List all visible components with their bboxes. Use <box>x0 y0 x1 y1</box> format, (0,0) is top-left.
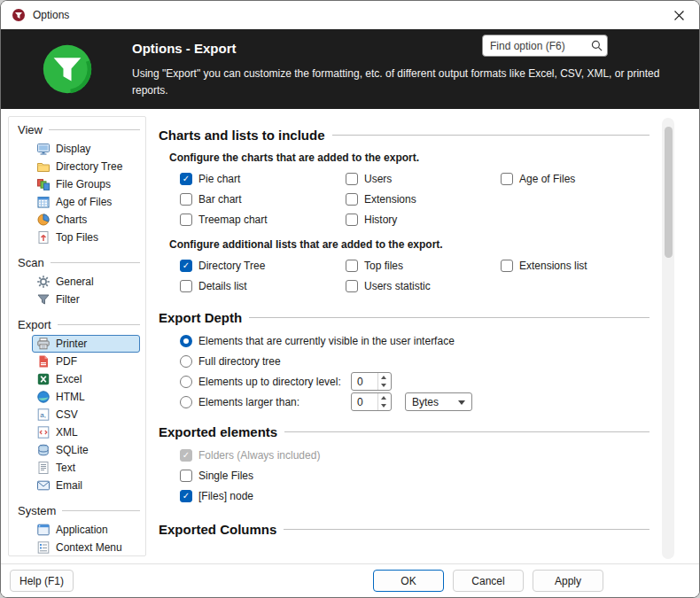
printer-icon <box>36 337 51 351</box>
elements-up-to-directory-level-spinner[interactable]: 0 <box>351 372 392 391</box>
elements-larger-than-spinner[interactable]: 0 <box>351 392 392 411</box>
unchecked-checkbox-icon <box>180 214 192 226</box>
cancel-button[interactable]: Cancel <box>453 570 524 592</box>
unchecked-checkbox-icon <box>346 214 358 226</box>
sidebar-section-export: Export <box>18 318 140 331</box>
checkbox-extensions-list[interactable]: Extensions list <box>501 260 649 272</box>
apply-button[interactable]: Apply <box>533 570 603 592</box>
email-icon <box>36 478 51 493</box>
text-icon <box>36 461 51 475</box>
application-icon <box>36 523 51 537</box>
sidebar-section-view: View <box>18 123 140 136</box>
settings-panel: Charts and lists to include Configure th… <box>146 109 699 563</box>
checkbox-users[interactable]: Users <box>346 173 501 185</box>
sidebar-item-xml[interactable]: XML <box>32 423 140 441</box>
chevron-down-icon <box>458 400 465 405</box>
chart-options-grid: Pie chartUsersAge of FilesBar chartExten… <box>180 168 649 229</box>
sidebar-item-sqlite[interactable]: SQLite <box>32 441 140 459</box>
sidebar-item-email[interactable]: Email <box>32 477 140 494</box>
list-options-grid: Directory TreeTop filesExtensions listDe… <box>180 255 649 296</box>
checkbox-details-list[interactable]: Details list <box>180 280 346 292</box>
sidebar-item-printer[interactable]: Printer <box>32 335 140 353</box>
divider <box>249 317 649 318</box>
footer-button-group: OK Cancel Apply <box>373 570 603 592</box>
options-dialog: Options Options - Export Using "Export" … <box>0 0 700 598</box>
checkbox-bar-chart[interactable]: Bar chart <box>180 193 346 206</box>
radio-elements-up-to-directory-level[interactable]: Elements up to directory level:0 <box>180 371 649 392</box>
sidebar-item-csv[interactable]: a,CSV <box>32 406 140 423</box>
checkbox-directory-tree[interactable]: Directory Tree <box>180 260 346 272</box>
svg-text:a,: a, <box>40 411 46 419</box>
ok-button[interactable]: OK <box>373 570 444 592</box>
search-icon[interactable] <box>586 39 607 52</box>
sidebar-item-text[interactable]: Text <box>32 459 140 477</box>
exported-elements-options: Folders (Always included)Single Files[Fi… <box>180 445 649 506</box>
unselected-radio-icon <box>180 376 192 388</box>
divider <box>58 324 140 325</box>
help-button[interactable]: Help (F1) <box>10 570 74 592</box>
close-button[interactable] <box>658 1 699 29</box>
checkbox-single-files[interactable]: Single Files <box>180 465 649 485</box>
divider <box>284 529 649 530</box>
unselected-radio-icon <box>180 396 192 408</box>
sidebar-item-application[interactable]: Application <box>32 521 140 539</box>
page-description: Using "Export" you can customize the for… <box>132 66 664 98</box>
sidebar-item-context-menu[interactable]: Context Menu <box>32 539 140 556</box>
unselected-radio-icon <box>180 355 192 368</box>
unit-dropdown-value: Bytes <box>412 396 439 408</box>
vertical-scrollbar[interactable] <box>662 118 674 559</box>
sidebar-item-pdf[interactable]: PDF <box>32 353 140 370</box>
sidebar: ViewDisplayDirectory TreeFile GroupsAge … <box>8 116 146 556</box>
scrollbar-thumb[interactable] <box>665 127 673 258</box>
section-exported-columns: Exported Columns <box>159 522 649 537</box>
spinner-down-icon[interactable] <box>378 402 391 411</box>
directory-tree-icon <box>36 159 51 174</box>
window-title: Options <box>33 9 69 21</box>
checkbox-folders-always-included[interactable]: Folders (Always included) <box>180 445 649 465</box>
sidebar-item-charts[interactable]: Charts <box>32 211 140 229</box>
find-option-input[interactable] <box>483 40 586 52</box>
unchecked-checkbox-icon <box>346 193 358 206</box>
unchecked-checkbox-icon <box>180 280 192 292</box>
divider <box>284 431 649 432</box>
sidebar-item-html[interactable]: HTML <box>32 388 140 406</box>
sidebar-item-directory-tree[interactable]: Directory Tree <box>32 158 140 175</box>
radio-elements-larger-than[interactable]: Elements larger than:0Bytes <box>180 392 649 412</box>
file-groups-icon <box>36 177 51 191</box>
section-exported-elements: Exported elements <box>159 424 649 439</box>
checkbox-treemap-chart[interactable]: Treemap chart <box>180 214 346 226</box>
checked-checkbox-icon <box>180 260 192 272</box>
checkbox-age-of-files[interactable]: Age of Files <box>501 173 649 185</box>
checkbox-top-files[interactable]: Top files <box>346 260 501 272</box>
checked-checkbox-icon <box>180 173 192 185</box>
sidebar-item-top-files[interactable]: Top Files <box>32 229 140 246</box>
sidebar-section-scan: Scan <box>18 256 140 269</box>
unit-dropdown[interactable]: Bytes <box>405 392 472 411</box>
divider <box>332 135 649 136</box>
checkbox-extensions[interactable]: Extensions <box>346 193 501 206</box>
checkbox-history[interactable]: History <box>346 214 501 226</box>
html-icon <box>36 390 51 404</box>
radio-full-directory-tree[interactable]: Full directory tree <box>180 351 649 371</box>
unchecked-checkbox-icon <box>501 173 513 185</box>
header: Options - Export Using "Export" you can … <box>1 29 699 109</box>
sidebar-item-file-groups[interactable]: File Groups <box>32 175 140 193</box>
spinner-down-icon[interactable] <box>378 382 391 391</box>
sidebar-item-display[interactable]: Display <box>32 140 140 158</box>
treesize-logo-icon <box>42 43 93 95</box>
section-export-depth: Export Depth <box>159 310 649 325</box>
spinner-up-icon[interactable] <box>378 373 391 382</box>
checkbox-files-node[interactable]: [Files] node <box>180 485 649 506</box>
app-icon <box>12 8 26 22</box>
radio-elements-that-are-currently-visible-in-the-user-interface[interactable]: Elements that are currently visible in t… <box>180 330 649 351</box>
checkbox-pie-chart[interactable]: Pie chart <box>180 173 346 185</box>
sidebar-item-general[interactable]: General <box>32 273 140 291</box>
spinner-up-icon[interactable] <box>378 393 391 402</box>
lists-config-label: Configure additional lists that are adde… <box>169 238 649 251</box>
sidebar-item-filter[interactable]: Filter <box>32 291 140 308</box>
sidebar-item-age-of-files[interactable]: Age of Files <box>32 193 140 211</box>
checkbox-users-statistic[interactable]: Users statistic <box>346 280 501 292</box>
sidebar-item-excel[interactable]: Excel <box>32 370 140 388</box>
divider <box>51 262 140 263</box>
unchecked-checkbox-icon <box>346 280 358 292</box>
